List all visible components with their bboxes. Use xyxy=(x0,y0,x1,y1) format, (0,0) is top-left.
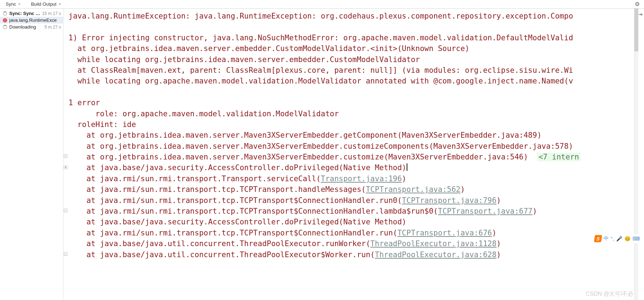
tab-label: Build Output xyxy=(31,1,57,7)
sidebar-item-error[interactable]: ! java.lang.RuntimeExce xyxy=(0,17,63,24)
gutter[interactable]: +▾⌂⌂ xyxy=(63,9,68,300)
source-link[interactable]: TCPTransport.java:562 xyxy=(366,185,460,194)
editor-wrap: +▾⌂⌂ java.lang.RuntimeException: java.la… xyxy=(63,9,644,300)
sidebar-item-downloading[interactable]: Downloading 5 m 27 s xyxy=(0,24,63,30)
editor-line[interactable]: at org.jetbrains.idea.maven.server.Maven… xyxy=(68,141,644,152)
editor-line[interactable]: role: org.apache.maven.model.validation.… xyxy=(68,108,644,119)
sidebar-item-sync[interactable]: Sync: Sync Sec 15 m 17 s xyxy=(0,10,63,17)
editor-line[interactable]: at java.base/java.security.AccessControl… xyxy=(68,217,644,227)
editor-line[interactable] xyxy=(68,21,644,32)
scrollbar-thumb[interactable] xyxy=(634,9,638,51)
source-link[interactable]: TCPTransport.java:676 xyxy=(397,229,492,237)
editor-line[interactable]: while locating org.apache.maven.model.va… xyxy=(68,76,644,86)
gear-icon[interactable]: ⚙ xyxy=(635,1,640,7)
source-link[interactable]: TCPTransport.java:796 xyxy=(402,196,497,205)
editor-line[interactable] xyxy=(68,87,644,97)
fold-region[interactable]: <7 intern xyxy=(537,153,581,161)
source-link[interactable]: ThreadPoolExecutor.java:628 xyxy=(375,250,496,259)
sidebar-item-label: java.lang.RuntimeExce xyxy=(9,17,61,23)
editor-line[interactable]: at org.jetbrains.idea.maven.server.embed… xyxy=(68,43,644,54)
editor-line[interactable]: at ClassRealm[maven.ext, parent: ClassRe… xyxy=(68,65,644,76)
editor-line[interactable]: at org.jetbrains.idea.maven.server.Maven… xyxy=(68,152,644,162)
gutter-mark[interactable]: ⌂ xyxy=(64,252,67,256)
app-root: Sync × Build Output × ⚙ ⇥ Sync: Sync Sec… xyxy=(0,0,644,300)
vertical-scrollbar[interactable] xyxy=(634,9,638,300)
editor-line[interactable]: java.lang.RuntimeException: java.lang.Ru… xyxy=(68,11,644,21)
tab-label: Sync xyxy=(6,1,16,7)
editor-line[interactable]: at java.rmi/sun.rmi.transport.tcp.TCPTra… xyxy=(68,184,644,195)
editor-line[interactable]: at java.rmi/sun.rmi.transport.Transport.… xyxy=(68,173,644,184)
main-pane: Sync: Sync Sec 15 m 17 s ! java.lang.Run… xyxy=(0,9,644,300)
tab-sync[interactable]: Sync × xyxy=(2,1,25,7)
error-icon: ! xyxy=(2,18,8,22)
editor[interactable]: java.lang.RuntimeException: java.lang.Ru… xyxy=(68,9,644,300)
editor-line[interactable]: 1) Error injecting constructor, java.lan… xyxy=(68,32,644,43)
spinner-icon xyxy=(2,11,8,16)
sidebar-item-time: 5 m 27 s xyxy=(45,25,61,30)
sidebar-item-label: Sync: Sync Sec xyxy=(9,11,41,16)
sidebar: Sync: Sync Sec 15 m 17 s ! java.lang.Run… xyxy=(0,9,63,300)
gutter-mark[interactable]: + xyxy=(64,154,67,158)
editor-line[interactable]: at java.base/java.util.concurrent.Thread… xyxy=(68,238,644,249)
gutter-mark[interactable]: ▾ xyxy=(64,166,67,169)
emoji-icon[interactable]: 😊 xyxy=(624,236,630,241)
ime-dots[interactable]: °, xyxy=(611,236,614,241)
tabbar: Sync × Build Output × ⚙ xyxy=(0,0,644,9)
editor-line[interactable]: 1 error xyxy=(68,97,644,108)
editor-line[interactable]: at java.rmi/sun.rmi.transport.tcp.TCPTra… xyxy=(68,195,644,206)
watermark: CSDN @大可i不必 xyxy=(586,290,633,298)
editor-line[interactable]: while locating org.jetbrains.idea.maven.… xyxy=(68,54,644,65)
sidebar-item-label: Downloading xyxy=(9,24,43,30)
spinner-icon xyxy=(2,25,8,29)
sidebar-item-time: 15 m 17 s xyxy=(42,11,61,16)
sogou-icon[interactable]: S xyxy=(594,235,602,242)
ime-lang[interactable]: 中 xyxy=(604,235,609,242)
editor-line[interactable]: roleHint: ide xyxy=(68,119,644,130)
editor-line[interactable]: at java.base/java.security.AccessControl… xyxy=(68,162,644,173)
ime-toolbar[interactable]: S 中 °, 🎤 😊 ⌨ xyxy=(593,234,642,243)
close-icon[interactable]: × xyxy=(58,2,61,7)
mic-icon[interactable]: 🎤 xyxy=(616,236,622,241)
source-link[interactable]: ThreadPoolExecutor.java:1128 xyxy=(370,239,496,248)
editor-line[interactable]: at java.rmi/sun.rmi.transport.tcp.TCPTra… xyxy=(68,228,644,238)
source-link[interactable]: TCPTransport.java:677 xyxy=(438,207,533,215)
editor-line[interactable]: at org.jetbrains.idea.maven.server.Maven… xyxy=(68,130,644,141)
gutter-mark[interactable]: ⌂ xyxy=(64,209,67,212)
tab-build-output[interactable]: Build Output × xyxy=(27,1,65,7)
editor-line[interactable]: at java.base/java.util.concurrent.Thread… xyxy=(68,249,644,260)
source-link[interactable]: Transport.java:196 xyxy=(321,174,402,183)
close-icon[interactable]: × xyxy=(18,2,21,7)
editor-line[interactable]: at java.rmi/sun.rmi.transport.tcp.TCPTra… xyxy=(68,206,644,217)
keyboard-icon[interactable]: ⌨ xyxy=(633,236,640,241)
